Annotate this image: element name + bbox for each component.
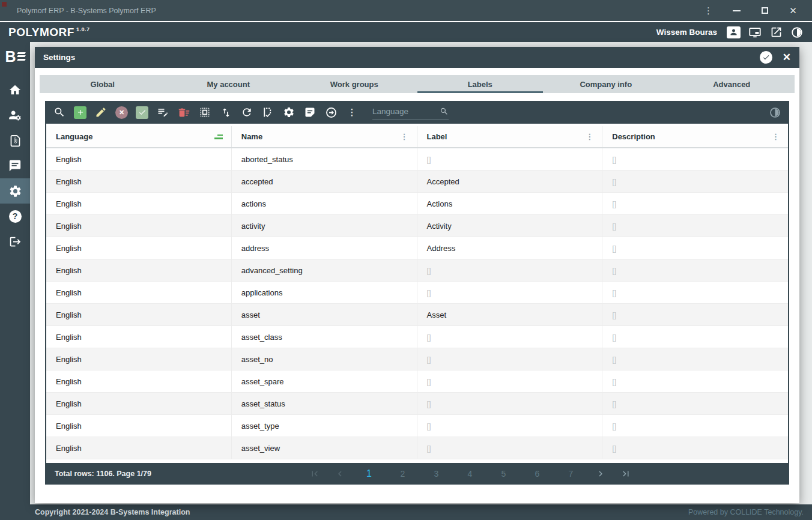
forward-button[interactable] — [324, 106, 338, 119]
table-row[interactable]: Englishasset_type[][] — [46, 415, 788, 437]
tab-label: Work groups — [330, 80, 378, 89]
delete-button[interactable] — [177, 106, 190, 119]
powered-by-text: Powered by COLLIDE Technology. — [688, 508, 804, 516]
table-cell: English — [46, 259, 232, 281]
user-badge-icon — [729, 28, 738, 37]
table-row[interactable]: Englishasset_status[][] — [46, 393, 788, 415]
dialog-close-button[interactable]: ✕ — [783, 51, 791, 64]
dialog-actions: ✕ — [760, 51, 791, 64]
refresh-icon — [241, 106, 253, 118]
table-row[interactable]: Englishasset_spare[][] — [46, 370, 788, 393]
edit-button[interactable] — [94, 106, 108, 119]
table-row[interactable]: EnglishactivityActivity[] — [46, 215, 788, 237]
table-row[interactable]: Englishasset_class[][] — [46, 326, 788, 348]
next-page-button[interactable] — [595, 468, 607, 480]
search-button[interactable] — [53, 106, 66, 119]
page-button-1[interactable]: 1 — [363, 468, 375, 479]
table-row[interactable]: Englishadvanced_setting[][] — [46, 259, 788, 282]
previous-page-button[interactable] — [334, 468, 346, 480]
note-button[interactable] — [303, 106, 317, 119]
tab-labels[interactable]: Labels — [417, 75, 544, 93]
filter-active-icon[interactable] — [212, 135, 225, 139]
page-button-2[interactable]: 2 — [397, 469, 409, 479]
sidebar-item-settings[interactable] — [0, 178, 30, 204]
table-row[interactable]: Englishasset_no[][] — [46, 348, 788, 370]
column-label: Language — [56, 132, 92, 141]
table-cell: Address — [417, 237, 603, 259]
window-close-button[interactable]: ✕ — [779, 2, 807, 20]
tab-company-info[interactable]: Company info — [543, 75, 669, 93]
more-menu-button[interactable]: ⋮ — [345, 106, 359, 119]
table-row[interactable]: EnglishactionsActions[] — [46, 193, 788, 215]
table-row[interactable]: Englishaborted_status[][] — [46, 148, 788, 171]
page-button-4[interactable]: 4 — [464, 469, 476, 479]
table-row[interactable]: Englishapplications[][] — [46, 282, 788, 304]
table-row[interactable]: EnglishacceptedAccepted[] — [46, 171, 788, 193]
table-cell: English — [46, 326, 232, 348]
grid-contrast-button[interactable] — [768, 106, 781, 119]
column-header-description[interactable]: Description ⋮ — [602, 126, 788, 147]
window-maximize-button[interactable] — [751, 2, 779, 20]
dialog-confirm-button[interactable] — [760, 51, 772, 64]
column-header-name[interactable]: Name ⋮ — [232, 126, 417, 147]
column-menu-icon[interactable]: ⋮ — [398, 132, 411, 141]
column-menu-icon[interactable]: ⋮ — [769, 132, 782, 141]
table-cell: [] — [602, 215, 788, 237]
column-header-label[interactable]: Label ⋮ — [417, 126, 603, 147]
tab-global[interactable]: Global — [40, 75, 166, 93]
select-all-button[interactable] — [198, 106, 211, 119]
sidebar-item-users[interactable] — [0, 103, 30, 128]
grid-search-input[interactable] — [372, 107, 434, 116]
grid-settings-button[interactable] — [282, 106, 295, 119]
add-button[interactable] — [74, 106, 86, 119]
refresh-button[interactable] — [240, 106, 253, 119]
rules-check-button[interactable] — [261, 106, 274, 119]
table-row[interactable]: EnglishaddressAddress[] — [46, 237, 788, 259]
column-menu-icon[interactable]: ⋮ — [583, 132, 596, 141]
window-minimize-button[interactable] — [723, 2, 751, 20]
check-circle-icon — [762, 53, 770, 61]
edit-list-button[interactable] — [156, 106, 169, 119]
tab-my-account[interactable]: My account — [166, 75, 292, 93]
sidebar-item-logout[interactable] — [0, 229, 30, 254]
display-button[interactable] — [748, 26, 762, 39]
cancel-button[interactable]: ✕ — [115, 106, 128, 119]
table-cell: [] — [602, 304, 788, 325]
validate-button[interactable] — [136, 106, 148, 119]
page-button-6[interactable]: 6 — [532, 469, 544, 479]
column-header-language[interactable]: Language — [46, 126, 232, 147]
tab-advanced[interactable]: Advanced — [669, 75, 795, 93]
sidebar-logo[interactable]: B — [0, 42, 30, 71]
table-cell: actions — [232, 193, 417, 214]
user-profile-button[interactable] — [727, 26, 741, 38]
sidebar-item-home[interactable] — [0, 77, 30, 103]
settings-dialog: Settings ✕ Global My account Work groups — [35, 47, 799, 503]
table-cell: advanced_setting — [232, 259, 417, 281]
first-page-button[interactable] — [309, 468, 321, 480]
page-button-7[interactable]: 7 — [565, 469, 577, 479]
sort-button[interactable] — [219, 106, 232, 119]
table-cell: English — [46, 415, 232, 437]
open-in-new-button[interactable] — [769, 26, 783, 39]
message-icon — [8, 159, 22, 172]
theme-contrast-button[interactable] — [790, 26, 804, 39]
sidebar-item-documents[interactable] — [0, 128, 30, 153]
window-menu-button[interactable]: ⋮ — [694, 2, 723, 20]
column-label: Label — [427, 132, 447, 141]
page-button-5[interactable]: 5 — [498, 469, 510, 479]
table-cell: English — [46, 282, 232, 303]
app-version: 1.0.7 — [76, 26, 90, 32]
sidebar-item-help[interactable]: ? — [0, 204, 30, 229]
table-cell: [] — [602, 148, 788, 170]
search-icon — [53, 106, 65, 118]
sidebar-item-messages[interactable] — [0, 153, 30, 178]
last-page-button[interactable] — [620, 468, 632, 480]
pagination-bar: Total rows: 1106. Page 1/79 1 2 — [46, 463, 788, 485]
table-cell: English — [46, 370, 232, 392]
tab-work-groups[interactable]: Work groups — [291, 75, 417, 93]
page-button-3[interactable]: 3 — [431, 469, 443, 479]
table-row[interactable]: EnglishassetAsset[] — [46, 304, 788, 326]
search-field-icon[interactable] — [440, 107, 449, 116]
table-row[interactable]: Englishasset_view[][] — [46, 437, 788, 459]
table-cell: Actions — [417, 193, 603, 214]
